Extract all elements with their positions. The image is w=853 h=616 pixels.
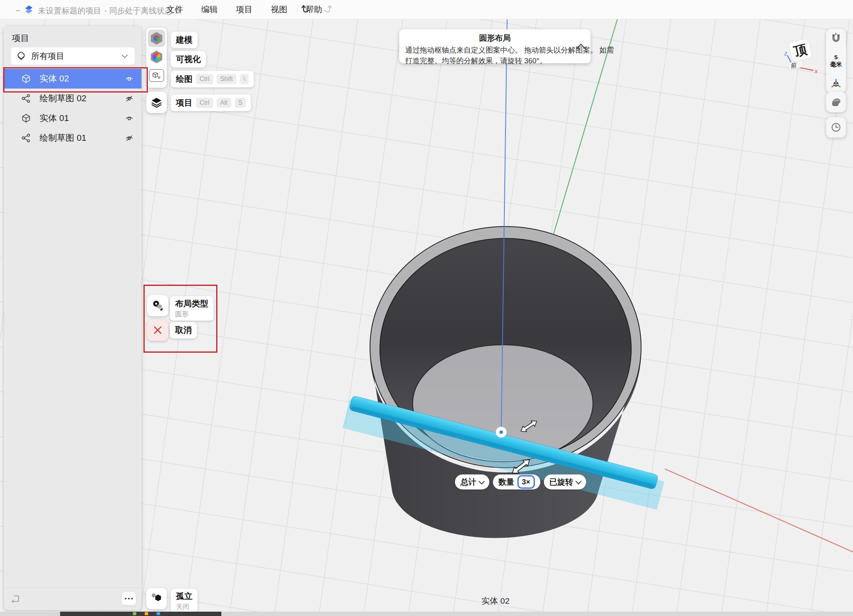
history-clock-button[interactable] bbox=[830, 121, 842, 133]
app-logo-icon bbox=[24, 4, 34, 15]
list-item-sketch-02[interactable]: 绘制草图 02 bbox=[4, 89, 142, 108]
cancel-label-chip: 取消 bbox=[170, 322, 197, 338]
items-panel: 项目 所有项目 实体 02 bbox=[4, 26, 142, 610]
redo-button[interactable] bbox=[321, 3, 333, 15]
quantity-value-field[interactable]: 3× bbox=[517, 475, 535, 489]
quantity-control[interactable]: 数量 3× bbox=[493, 474, 540, 489]
stack-icon bbox=[16, 51, 26, 61]
grid-size-button[interactable]: 5 毫米 bbox=[830, 54, 842, 68]
project-label-chip: 项目 Ctrl Alt S bbox=[171, 94, 251, 111]
shaded-view-button[interactable] bbox=[830, 96, 842, 108]
shapr3d-window: { "titlebar": { "title": "未设置标题的项目", "sy… bbox=[0, 0, 853, 616]
list-item-sketch-01[interactable]: 绘制草图 01 bbox=[4, 128, 142, 148]
axis-x-red bbox=[665, 469, 853, 552]
rotated-dropdown[interactable]: 已旋转 bbox=[544, 474, 586, 489]
taskbar-dark-segment bbox=[60, 612, 221, 616]
shading-rail bbox=[826, 92, 846, 112]
view-cube-front-face: 前 bbox=[791, 61, 797, 70]
menu-edit[interactable]: 编辑 bbox=[192, 4, 227, 15]
sketch-mode-button[interactable] bbox=[148, 67, 165, 84]
solid-body-icon bbox=[21, 74, 31, 83]
sketch-mode-icon bbox=[149, 69, 164, 82]
visualization-icon bbox=[150, 51, 163, 63]
project-panel-button[interactable] bbox=[148, 94, 165, 111]
list-item-body-01[interactable]: 实体 01 bbox=[4, 108, 142, 128]
visibility-on-icon[interactable] bbox=[125, 74, 134, 83]
modeling-icon bbox=[150, 32, 163, 45]
visibility-on-icon[interactable] bbox=[125, 114, 134, 123]
chevron-down-icon bbox=[575, 478, 581, 485]
sketch-label-chip: 绘图 Ctrl Shift \ bbox=[171, 71, 254, 87]
cancel-button[interactable] bbox=[147, 319, 168, 341]
sketch-icon bbox=[21, 133, 31, 143]
modeling-label-chip: 建模 bbox=[171, 32, 198, 48]
axis-x-label: x bbox=[814, 68, 818, 74]
add-item-icon[interactable] bbox=[10, 593, 21, 605]
layout-type-icon bbox=[151, 299, 164, 312]
panel-title: 项目 bbox=[12, 32, 29, 44]
isolate-button[interactable] bbox=[146, 588, 167, 609]
window-artifact bbox=[16, 10, 20, 11]
selected-body-label: 实体 02 bbox=[481, 595, 510, 607]
title-bar: 未设置标题的项目 - 同步处于离线状态 文件 编辑 项目 视图 帮助 bbox=[0, 0, 853, 19]
history-rail bbox=[826, 117, 846, 138]
menu-view[interactable]: 视图 bbox=[262, 4, 296, 15]
taskbar-app-icon bbox=[133, 612, 136, 615]
layout-type-label-chip: 布局类型 圆形 bbox=[170, 296, 213, 321]
taskbar-app-icon bbox=[145, 612, 148, 615]
os-taskbar-sliver bbox=[0, 612, 853, 616]
cancel-x-icon bbox=[153, 325, 162, 335]
sidebar-footer-divider bbox=[4, 588, 142, 588]
list-item-body-02[interactable]: 实体 02 bbox=[4, 69, 142, 89]
axis-z-label: z bbox=[784, 50, 787, 57]
chevron-down-icon bbox=[479, 478, 485, 485]
project-filter-dropdown[interactable]: 所有项目 bbox=[11, 47, 135, 65]
pattern-pivot-point[interactable] bbox=[496, 427, 507, 438]
circular-pattern-tooltip: 圆形布局 通过拖动枢轴点来自定义图案中心。 拖动箭头以分解图案。 如需 打造完整… bbox=[399, 29, 591, 63]
more-options-button[interactable] bbox=[122, 592, 136, 605]
item-list: 实体 02 绘制草图 02 bbox=[4, 69, 142, 148]
snap-magnet-button[interactable] bbox=[830, 32, 842, 44]
layout-type-button[interactable] bbox=[147, 295, 168, 316]
visualization-mode-button[interactable] bbox=[148, 48, 165, 66]
isolate-label-chip: 孤立 关闭 bbox=[171, 589, 198, 613]
tooltip-title: 圆形布局 bbox=[399, 33, 591, 43]
solid-body-icon bbox=[21, 113, 31, 123]
visibility-off-icon[interactable] bbox=[125, 134, 134, 142]
mode-rail bbox=[146, 28, 167, 88]
menu-file[interactable]: 文件 bbox=[157, 4, 192, 15]
filter-label: 所有项目 bbox=[31, 51, 64, 62]
project-rail bbox=[146, 92, 167, 113]
undo-button[interactable] bbox=[300, 3, 312, 15]
annotation-red-box-pattern-popup: 布局类型 圆形 取消 bbox=[143, 285, 217, 353]
total-dropdown[interactable]: 总计 bbox=[455, 474, 489, 489]
pattern-hud: 总计 数量 3× 已旋转 bbox=[455, 474, 586, 489]
toolbar-divider bbox=[297, 4, 298, 15]
orientation-axes-button[interactable] bbox=[830, 78, 842, 90]
isolate-icon bbox=[150, 592, 163, 605]
layers-icon bbox=[151, 96, 162, 108]
orientation-cube[interactable]: z x 顶 前 bbox=[776, 35, 819, 74]
snap-rail: 5 毫米 bbox=[826, 29, 846, 93]
sketch-icon bbox=[21, 94, 31, 103]
visualization-label-chip: 可视化 bbox=[171, 51, 206, 68]
taskbar-app-icon bbox=[157, 612, 160, 615]
tooltip-body: 通过拖动枢轴点来自定义图案中心。 拖动箭头以分解图案。 如需 打造完整、均等的分… bbox=[405, 45, 572, 66]
menu-project[interactable]: 项目 bbox=[227, 4, 262, 15]
visibility-off-icon[interactable] bbox=[125, 94, 134, 103]
modeling-mode-button[interactable] bbox=[148, 30, 165, 47]
filter-chevron-icon bbox=[122, 52, 128, 59]
